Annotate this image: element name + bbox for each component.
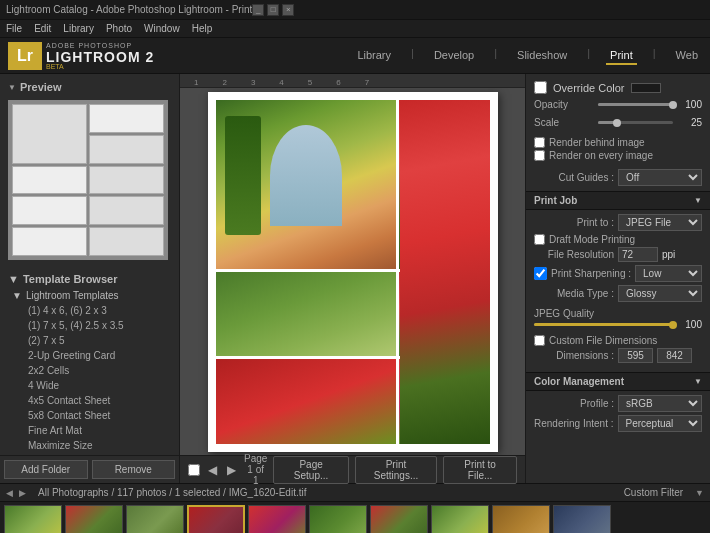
film-thumb-2[interactable] [126,505,184,534]
center-toolbar: ◀ ▶ Page 1 of 1 Page Setup... Print Sett… [180,455,525,483]
print-job-body: Print to : JPEG File Draft Mode Printing… [526,210,710,370]
template-item-6[interactable]: 4x5 Contact Sheet [0,393,179,408]
jpeg-quality-label: JPEG Quality [534,308,594,319]
page-sheet [208,92,498,452]
nav-prev-arrow[interactable]: ◀ [206,463,219,477]
beta-text: BETA [46,63,154,70]
film-thumb-8[interactable] [492,505,550,534]
dim-height-input[interactable]: 842 [657,348,692,363]
lightroom-templates-header[interactable]: ▼ Lightroom Templates [0,288,179,303]
profile-select[interactable]: sRGB [618,395,702,412]
nav-next-arrow[interactable]: ▶ [225,463,238,477]
print-settings-button[interactable]: Print Settings... [355,456,437,484]
template-item-4[interactable]: 2x2 Cells [0,363,179,378]
render-behind-checkbox[interactable] [534,137,545,148]
film-thumb-0[interactable] [4,505,62,534]
photo-cell-bl [216,359,397,444]
custom-dimensions-checkbox[interactable] [534,335,545,346]
photo-cell-large [216,100,397,269]
template-item-1[interactable]: (1) 7 x 5, (4) 2.5 x 3.5 [0,318,179,333]
color-management-header[interactable]: Color Management ▼ [526,372,710,391]
jpeg-quality-slider[interactable] [534,323,673,326]
film-item-0 [4,505,62,534]
render-every-checkbox[interactable] [534,150,545,161]
menu-edit[interactable]: Edit [34,23,51,34]
draft-mode-row: Draft Mode Printing [534,234,702,245]
print-sharpening-select[interactable]: Low [635,265,702,282]
film-thumb-4[interactable] [248,505,306,534]
jpeg-quality-row: 100 [534,319,702,330]
render-options: Render behind image Render on every imag… [526,133,710,167]
template-item-3[interactable]: 2-Up Greeting Card [0,348,179,363]
nav-develop[interactable]: Develop [430,47,478,65]
print-canvas [180,88,525,455]
rendering-intent-select[interactable]: Perceptual [618,415,703,432]
film-thumb-5[interactable] [309,505,367,534]
template-item-8[interactable]: Fine Art Mat [0,423,179,438]
file-res-row: File Resolution 72 ppi [534,247,702,262]
cut-guides-label: Cut Guides : [534,172,614,183]
film-thumb-7[interactable] [431,505,489,534]
dim-width-input[interactable]: 595 [618,348,653,363]
template-browser-label: Template Browser [23,273,118,285]
opacity-slider[interactable] [598,103,673,106]
media-type-select[interactable]: Glossy [618,285,702,302]
file-res-input[interactable]: 72 [618,247,658,262]
filmstrip-info: All Photographs / 117 photos / 1 selecte… [32,487,618,498]
filmstrip-filter-btn[interactable]: ▼ [695,488,704,498]
menu-photo[interactable]: Photo [106,23,132,34]
menu-window[interactable]: Window [144,23,180,34]
template-item-5[interactable]: 4 Wide [0,378,179,393]
print-sharpening-checkbox[interactable] [534,267,547,280]
maximize-button[interactable]: □ [267,4,279,16]
page-setup-button[interactable]: Page Setup... [273,456,348,484]
template-item-7[interactable]: 5x8 Contact Sheet [0,408,179,423]
film-item-7 [431,505,489,534]
film-thumb-1[interactable] [65,505,123,534]
file-res-label: File Resolution [534,249,614,260]
nav-print[interactable]: Print [606,47,637,65]
adobe-text: ADOBE PHOTOSHOP [46,42,154,49]
filmstrip-next-btn[interactable]: ▶ [19,488,26,498]
film-item-3: ★★★★★ [187,505,245,534]
print-job-triangle-icon: ▼ [694,196,702,205]
nav-library[interactable]: Library [353,47,395,65]
scale-slider[interactable] [598,121,673,124]
preview-header[interactable]: ▼ Preview [4,78,175,96]
print-job-header[interactable]: Print Job ▼ [526,191,710,210]
color-swatch[interactable] [631,83,661,93]
nav-web[interactable]: Web [672,47,702,65]
draft-mode-checkbox[interactable] [534,234,545,245]
filmstrip: ◀ ▶ All Photographs / 117 photos / 1 sel… [0,483,710,533]
remove-button[interactable]: Remove [92,460,176,479]
toolbar-checkbox[interactable] [188,464,200,476]
minimize-button[interactable]: _ [252,4,264,16]
template-item-2[interactable]: (2) 7 x 5 [0,333,179,348]
film-thumb-6[interactable] [370,505,428,534]
logo-area: Lr ADOBE PHOTOSHOP LIGHTROOM 2 BETA [8,42,154,70]
override-color-checkbox[interactable] [534,81,547,94]
add-folder-button[interactable]: Add Folder [4,460,88,479]
cut-guides-select[interactable]: Off [618,169,702,186]
menu-file[interactable]: File [6,23,22,34]
film-thumb-9[interactable] [553,505,611,534]
print-to-select[interactable]: JPEG File [618,214,702,231]
template-browser-header[interactable]: ▼ Template Browser [0,270,179,288]
jpeg-quality-value: 100 [677,319,702,330]
nav-slideshow[interactable]: Slideshow [513,47,571,65]
custom-dimensions-row: Custom File Dimensions [534,335,702,346]
template-item-9[interactable]: Maximize Size [0,438,179,453]
template-item-0[interactable]: (1) 4 x 6, (6) 2 x 3 [0,303,179,318]
template-browser: ▼ Template Browser ▼ Lightroom Templates… [0,268,179,455]
menu-library[interactable]: Library [63,23,94,34]
film-thumb-selected[interactable]: ★★★★★ [187,505,245,534]
logo-box: Lr [8,42,42,70]
opacity-label: Opacity [534,99,594,110]
filmstrip-prev-btn[interactable]: ◀ [6,488,13,498]
menu-help[interactable]: Help [192,23,213,34]
main-layout: ▼ Preview ▼ [0,74,710,483]
close-button[interactable]: × [282,4,294,16]
print-job-label: Print Job [534,195,577,206]
print-to-file-button[interactable]: Print to File... [443,456,517,484]
lightroom-templates-label: Lightroom Templates [26,290,119,301]
